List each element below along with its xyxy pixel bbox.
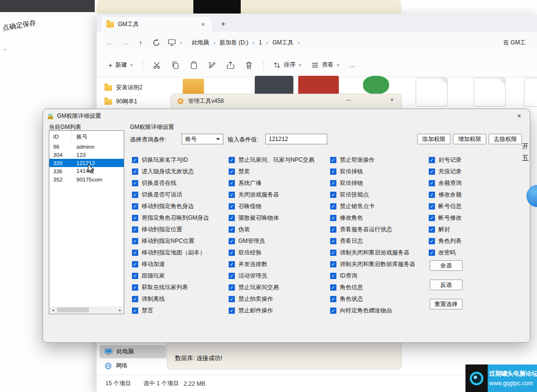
breadcrumb-item[interactable]: 新加卷 (D:)	[216, 37, 251, 49]
permission-item[interactable]: ✓切换是否可说话	[132, 189, 209, 200]
checkbox-checked-icon[interactable]: ✓	[132, 308, 138, 314]
permission-item[interactable]: ✓角色信息	[330, 281, 415, 293]
admin-tool-window-titlebar[interactable]: 管理工具v458 ─ ×	[171, 94, 402, 108]
file-thumbnail-document[interactable]	[524, 78, 537, 107]
permission-item[interactable]: ✓禁止销售点卡	[330, 200, 415, 212]
checkbox-checked-icon[interactable]: ✓	[132, 250, 138, 256]
checkbox-checked-icon[interactable]: ✓	[429, 203, 435, 210]
permission-item[interactable]: ✓修改角色	[330, 212, 415, 224]
checkbox-checked-icon[interactable]: ✓	[229, 180, 235, 186]
gm-list-row[interactable]: 304123	[49, 151, 124, 159]
permission-item[interactable]: ✓帐号修改	[429, 212, 462, 224]
permission-item[interactable]: ✓关闭游戏服务器	[229, 189, 314, 200]
checkbox-checked-icon[interactable]: ✓	[330, 157, 336, 163]
permission-item[interactable]: ✓移动到指定角色身边	[132, 200, 209, 212]
new-tab-button[interactable]: +	[217, 18, 230, 30]
gm-list-row[interactable]: 96adminn	[49, 142, 124, 151]
scrollbar-thumb[interactable]	[57, 308, 89, 312]
sidebar-pinned-item[interactable]: 安装说明2	[100, 81, 166, 94]
more-options-button[interactable]: …	[346, 58, 359, 72]
close-icon[interactable]: ×	[385, 97, 399, 103]
sidebar-item-this-pc[interactable]: 此电脑	[100, 345, 166, 358]
checkbox-checked-icon[interactable]: ✓	[330, 261, 336, 267]
cut-button[interactable]	[149, 57, 165, 73]
checkbox-checked-icon[interactable]: ✓	[132, 238, 138, 244]
checkbox-checked-icon[interactable]: ✓	[229, 168, 235, 175]
permission-item[interactable]: ✓系统广播	[229, 177, 314, 189]
permission-item[interactable]: ✓移动加速	[132, 258, 209, 270]
permission-item[interactable]: ✓帐号信息	[429, 200, 462, 212]
permission-item[interactable]: ✓驱散被召唤物体	[229, 212, 314, 224]
permission-item[interactable]: ✓跟随玩家	[132, 270, 209, 281]
permission-action-button[interactable]: 增加权限	[453, 134, 486, 144]
permission-item[interactable]: ✓改密码	[429, 247, 462, 258]
permission-item[interactable]: ✓封号记录	[429, 154, 462, 166]
minimize-icon[interactable]: ─	[341, 97, 356, 103]
delete-button[interactable]	[241, 57, 257, 73]
checkbox-checked-icon[interactable]: ✓	[330, 203, 336, 210]
checkbox-checked-icon[interactable]: ✓	[330, 238, 336, 244]
permission-item[interactable]: ✓切换是否在线	[132, 177, 209, 189]
checkbox-checked-icon[interactable]: ✓	[229, 215, 235, 221]
permission-item[interactable]: ✓禁止玩家间、玩家与NPC交易	[229, 154, 314, 166]
breadcrumb-item[interactable]: 1	[255, 37, 265, 48]
new-button[interactable]: + 新建 ∨	[104, 57, 137, 72]
permission-item[interactable]: ✓充值记录	[429, 166, 462, 177]
column-header-id[interactable]: ID	[49, 131, 72, 142]
permission-item[interactable]: ✓获取在线玩家列表	[132, 281, 209, 293]
checkbox-checked-icon[interactable]: ✓	[132, 284, 138, 291]
checkbox-checked-icon[interactable]: ✓	[132, 261, 138, 267]
permission-item[interactable]: ✓活动管理员	[229, 270, 314, 281]
checkbox-checked-icon[interactable]: ✓	[429, 250, 435, 256]
checkbox-checked-icon[interactable]: ✓	[229, 308, 235, 314]
checkbox-checked-icon[interactable]: ✓	[429, 238, 435, 244]
checkbox-checked-icon[interactable]: ✓	[132, 296, 138, 302]
permission-item[interactable]: ✓切换玩家名字与ID	[132, 154, 209, 166]
permission-item[interactable]: ✓余额查询	[429, 177, 462, 189]
permission-item[interactable]: ✓GM管理员	[229, 235, 314, 247]
selection-button[interactable]: 重置选择	[430, 299, 463, 309]
tab-close-icon[interactable]: ×	[199, 21, 207, 28]
dialog-close-icon[interactable]: ×	[513, 111, 525, 121]
scroll-left-icon[interactable]: ◄	[50, 308, 56, 312]
permission-item[interactable]: ✓伪装	[229, 224, 314, 235]
permission-item[interactable]: ✓解封	[429, 224, 462, 235]
checkbox-checked-icon[interactable]: ✓	[229, 284, 235, 291]
up-icon[interactable]: ↑	[133, 35, 148, 50]
checkbox-checked-icon[interactable]: ✓	[429, 168, 435, 175]
explorer-tab[interactable]: GM工具 ×	[102, 17, 212, 32]
permission-item[interactable]: ✓双倍经验	[229, 247, 314, 258]
checkbox-checked-icon[interactable]: ✓	[132, 157, 138, 163]
permission-item[interactable]: ✓强制关闭和重启游戏服务器	[330, 247, 415, 258]
permission-item[interactable]: ✓禁言	[132, 305, 209, 316]
permission-item[interactable]: ✓双倍掉钱	[330, 166, 415, 177]
paste-button[interactable]	[186, 57, 202, 73]
checkbox-checked-icon[interactable]: ✓	[132, 203, 138, 210]
back-icon[interactable]: ←	[102, 35, 117, 50]
permission-action-button[interactable]: 去除权限	[489, 134, 522, 144]
permission-item[interactable]: ✓并发连接数	[229, 258, 314, 270]
gm-list-row[interactable]: 35290175com	[49, 175, 124, 183]
file-thumbnail-document[interactable]	[474, 78, 506, 107]
checkbox-checked-icon[interactable]: ✓	[229, 238, 235, 244]
search-input[interactable]: 在 GM工	[503, 39, 531, 47]
permission-item[interactable]: ✓双倍技能点	[330, 189, 415, 200]
selection-button[interactable]: 全选	[430, 260, 463, 271]
forward-icon[interactable]: →	[118, 35, 132, 50]
checkbox-checked-icon[interactable]: ✓	[330, 226, 336, 233]
checkbox-checked-icon[interactable]: ✓	[429, 215, 435, 221]
horizontal-scrollbar[interactable]: ◄ ►	[50, 307, 123, 313]
checkbox-checked-icon[interactable]: ✓	[330, 250, 336, 256]
dialog-titlebar[interactable]: GM权限详细设置	[43, 109, 530, 123]
checkbox-checked-icon[interactable]: ✓	[229, 157, 235, 163]
query-type-select[interactable]: 账号	[182, 134, 223, 144]
checkbox-checked-icon[interactable]: ✓	[229, 273, 235, 279]
checkbox-checked-icon[interactable]: ✓	[132, 168, 138, 175]
selection-button[interactable]: 反选	[430, 280, 463, 290]
permission-item[interactable]: ✓查看服务器运行状态	[330, 224, 415, 235]
condition-value-input[interactable]	[265, 134, 327, 144]
gm-list-row[interactable]: 3361414网	[49, 167, 124, 175]
permission-item[interactable]: ✓召唤怪物	[229, 200, 314, 212]
permission-item[interactable]: ✓禁止邮件操作	[229, 305, 314, 316]
checkbox-checked-icon[interactable]: ✓	[229, 261, 235, 267]
